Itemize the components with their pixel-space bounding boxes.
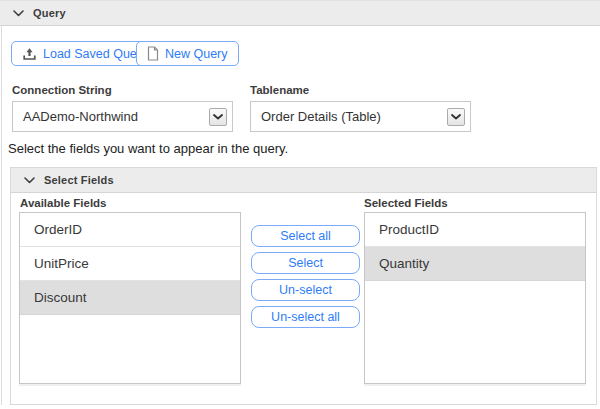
- query-panel-title: Query: [33, 7, 66, 19]
- instruction-text: Select the fields you want to appear in …: [8, 141, 288, 156]
- select-button[interactable]: Select: [251, 252, 360, 274]
- selected-fields-label: Selected Fields: [364, 197, 448, 209]
- select-fields-panel: Select Fields Available Fields Selected …: [10, 167, 597, 405]
- selected-fields-listbox: ProductID Quantity: [364, 212, 586, 384]
- unselect-button[interactable]: Un-select: [251, 279, 360, 301]
- new-query-label: New Query: [165, 47, 228, 61]
- list-item[interactable]: Discount: [20, 281, 240, 315]
- select-fields-accordion-header[interactable]: Select Fields: [11, 168, 596, 193]
- list-item[interactable]: OrderID: [20, 213, 240, 247]
- chevron-down-icon: [24, 177, 35, 184]
- connection-string-label: Connection String: [12, 84, 112, 96]
- list-item[interactable]: UnitPrice: [20, 247, 240, 281]
- connection-string-value: AADemo-Northwind: [13, 109, 138, 124]
- select-fields-title: Select Fields: [44, 174, 114, 186]
- list-item[interactable]: ProductID: [365, 213, 585, 247]
- dropdown-arrow-icon[interactable]: [209, 108, 227, 126]
- tablename-label: Tablename: [250, 84, 309, 96]
- list-item[interactable]: Quantity: [365, 247, 585, 281]
- query-panel-left-border: [1, 26, 2, 405]
- unselect-all-button[interactable]: Un-select all: [251, 306, 360, 328]
- upload-icon: [22, 47, 37, 61]
- connection-string-select[interactable]: AADemo-Northwind: [12, 101, 233, 132]
- dropdown-arrow-icon[interactable]: [447, 108, 465, 126]
- chevron-down-icon: [13, 10, 24, 17]
- new-query-button[interactable]: New Query: [136, 41, 239, 66]
- tablename-select[interactable]: Order Details (Table): [250, 101, 471, 132]
- select-all-button[interactable]: Select all: [251, 225, 360, 247]
- new-document-icon: [147, 46, 159, 61]
- available-fields-label: Available Fields: [20, 197, 107, 209]
- query-accordion-header[interactable]: Query: [0, 0, 600, 26]
- available-fields-listbox: OrderID UnitPrice Discount: [19, 212, 241, 384]
- tablename-value: Order Details (Table): [251, 109, 381, 124]
- load-saved-query-label: Load Saved Query: [43, 47, 147, 61]
